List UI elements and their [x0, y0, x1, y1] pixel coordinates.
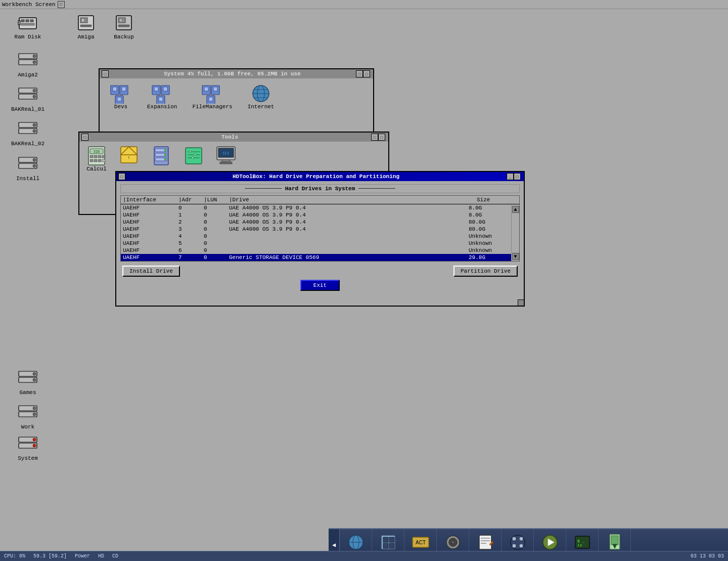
status-nums: 03 13 03 03: [691, 553, 724, 559]
svg-point-20: [33, 89, 36, 92]
table-row[interactable]: UAEHF 2 0 UAE A4000 OS 3.9 P9 0.4 80.0G: [121, 219, 511, 226]
svg-point-21: [33, 95, 36, 98]
system-window-title: System 4% full, 1.6GB free, 65.2MB in us…: [110, 71, 355, 77]
hd-table-container: |Interface |Adr |LUN |Drive Size UAEHF 0…: [120, 195, 520, 262]
svg-rect-43: [113, 87, 117, 91]
svg-rect-3: [30, 20, 33, 22]
filemanagers-icon-item[interactable]: FileManagers: [192, 83, 232, 110]
exit-button-container: Exit: [120, 280, 520, 291]
tools-window-title: Tools: [89, 134, 370, 140]
svg-text:!: !: [128, 155, 130, 160]
work-icon: [16, 403, 40, 423]
screen-titlebar: Workbench Screen □: [0, 0, 728, 9]
svg-point-120: [519, 544, 523, 548]
svg-rect-2: [26, 20, 29, 22]
svg-point-118: [519, 537, 523, 541]
tools-zoom-btn[interactable]: □: [378, 134, 385, 141]
desktop-icon-bakreal02[interactable]: BAKReal_02: [8, 119, 48, 147]
ram-disk-icon: [16, 13, 40, 33]
tools-close-btn[interactable]: □: [81, 134, 88, 141]
tools-window-titlebar[interactable]: □ Tools □ □: [79, 133, 388, 142]
svg-rect-69: [94, 155, 97, 158]
desktop-icon-amiga2[interactable]: Amiga2: [8, 51, 48, 78]
bakreal02-icon: [16, 119, 40, 140]
calculator-icon-item[interactable]: 316 Calcul: [85, 146, 108, 172]
svg-point-90: [189, 151, 191, 153]
table-scroll-area[interactable]: UAEHF 0 0 UAE A4000 OS 3.9 P9 0.4 8.0G U…: [121, 204, 519, 261]
svg-point-36: [33, 407, 36, 410]
work-label: Work: [21, 424, 34, 430]
status-hd: HD: [98, 553, 104, 559]
desktop-icon-games[interactable]: Games: [8, 368, 48, 396]
calculator-label: Calcul: [86, 166, 107, 172]
svg-rect-13: [118, 25, 129, 27]
svg-text:316: 316: [94, 150, 100, 154]
server-icon-item[interactable]: [150, 146, 172, 166]
hdtoolbox-title: HDToolBox: Hard Drive Preparation and Pa…: [126, 174, 506, 180]
svg-rect-51: [163, 87, 167, 91]
system-icon: [16, 434, 40, 454]
amiga2-icon: [16, 51, 40, 71]
table-row[interactable]: UAEHF 6 0 Unknown: [121, 247, 511, 254]
svg-text:CLI: CLI: [223, 151, 230, 155]
system-resize-btn[interactable]: □: [356, 70, 363, 77]
scroll-up-btn[interactable]: ▲: [512, 206, 519, 213]
svg-rect-72: [90, 159, 93, 162]
disk-icon-item[interactable]: [183, 146, 205, 166]
svg-rect-71: [102, 155, 105, 158]
printer2-icon-item[interactable]: CLI: [215, 146, 237, 166]
direction-icon-item[interactable]: !: [118, 146, 140, 166]
tools-resize-btn[interactable]: □: [371, 134, 378, 141]
table-row[interactable]: UAEHF 3 0 UAE A4000 OS 3.9 P9 0.4 80.0G: [121, 226, 511, 233]
filemanagers-label: FileManagers: [192, 104, 232, 110]
backup-icon: [112, 13, 136, 33]
hdtoolbox-zoom-btn[interactable]: □: [514, 173, 521, 180]
hdtoolbox-titlebar[interactable]: □ HDToolBox: Hard Drive Preparation and …: [116, 172, 524, 181]
desktop-icon-backup[interactable]: Backup: [104, 13, 144, 40]
system-window-titlebar[interactable]: □ System 4% full, 1.6GB free, 65.2MB in …: [100, 69, 373, 78]
hdtoolbox-iconify-btn[interactable]: _: [507, 173, 514, 180]
devs-icon-item[interactable]: Devs: [110, 83, 132, 110]
expansion-label: Expansion: [147, 104, 177, 110]
internet-icon-item[interactable]: Internet: [248, 83, 275, 110]
svg-rect-9: [80, 25, 92, 27]
screen-close-btn[interactable]: □: [58, 1, 65, 8]
desktop-icon-bakreal01[interactable]: BAKReal_01: [8, 85, 48, 112]
hdtoolbox-subtitle: ─────────── Hard Drives in System ──────…: [120, 184, 520, 193]
install-drive-button[interactable]: Install Drive: [122, 266, 180, 277]
partition-drive-button[interactable]: Partition Drive: [453, 266, 518, 277]
svg-point-40: [33, 438, 36, 441]
desktop-icon-amiga[interactable]: Amiga: [66, 13, 106, 40]
status-mem: 59.3 [59.2]: [33, 553, 67, 559]
system-zoom-btn[interactable]: □: [363, 70, 370, 77]
amiga2-label: Amiga2: [18, 72, 38, 78]
system-close-btn[interactable]: □: [102, 70, 109, 77]
exit-button[interactable]: Exit: [300, 280, 340, 291]
status-bar: CPU: 0% 59.3 [59.2] Power HD CD 03 13 03…: [0, 551, 728, 561]
system-window-content: Devs Expansion FileMan: [100, 78, 373, 115]
table-row[interactable]: UAEHF 1 0 UAE A4000 OS 3.9 P9 0.4 8.0G: [121, 211, 511, 219]
desktop-icon-install[interactable]: Install: [8, 154, 48, 182]
scroll-down-btn[interactable]: ▼: [512, 253, 519, 260]
resize-handle[interactable]: [518, 299, 524, 306]
table-row-selected[interactable]: UAEHF 7 0 Generic STORAGE DEVICE 0569 29…: [121, 254, 511, 261]
desktop-icon-ram-disk[interactable]: Ram Disk: [8, 13, 48, 40]
svg-rect-95: [222, 160, 230, 162]
desktop-icon-work[interactable]: Work: [8, 403, 48, 430]
table-row[interactable]: UAEHF 5 0 Unknown: [121, 240, 511, 247]
svg-rect-53: [159, 97, 163, 101]
table-row[interactable]: UAEHF 4 0 Unknown: [121, 233, 511, 240]
svg-rect-1: [21, 20, 24, 22]
table-row[interactable]: UAEHF 0 0 UAE A4000 OS 3.9 P9 0.4 8.0G: [121, 204, 511, 211]
amiga-icon: [74, 13, 98, 33]
svg-rect-59: [209, 97, 213, 101]
svg-point-84: [164, 154, 166, 156]
games-label: Games: [19, 390, 36, 396]
scrollbar[interactable]: ▲ ▼: [511, 205, 519, 261]
col-size: Size: [477, 197, 517, 203]
col-adr: |Adr: [178, 197, 204, 203]
desktop-icon-system[interactable]: System: [8, 434, 48, 461]
screen-title: Workbench Screen: [2, 2, 56, 8]
expansion-icon-item[interactable]: Expansion: [147, 83, 177, 110]
hdtoolbox-close-btn[interactable]: □: [118, 173, 125, 180]
